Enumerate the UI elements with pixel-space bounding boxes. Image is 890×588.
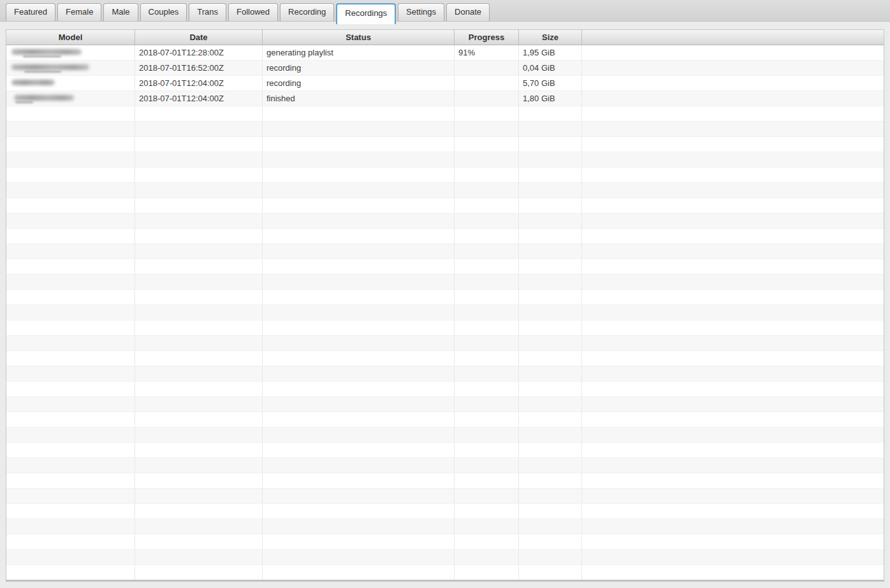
- table-row-empty[interactable]: [6, 473, 884, 489]
- table-row-empty[interactable]: [6, 458, 884, 473]
- empty-cell: [519, 351, 582, 366]
- table-row-empty[interactable]: [6, 489, 884, 504]
- table-row-empty[interactable]: [6, 565, 884, 580]
- empty-cell: [519, 168, 582, 182]
- table-row-empty[interactable]: [6, 550, 884, 565]
- empty-cell: [135, 290, 263, 305]
- empty-cell: [519, 183, 582, 197]
- empty-cell: [582, 290, 884, 305]
- table-row-empty[interactable]: [6, 290, 884, 305]
- empty-cell: [263, 275, 455, 289]
- empty-cell: [582, 213, 884, 228]
- empty-cell: [582, 275, 884, 289]
- tab-donate[interactable]: Donate: [446, 3, 490, 21]
- empty-cell: [135, 198, 263, 213]
- table-row-empty[interactable]: [6, 427, 884, 443]
- empty-cell: [135, 259, 263, 274]
- column-header-model[interactable]: Model: [6, 30, 135, 45]
- table-row-empty[interactable]: [6, 504, 884, 519]
- table-row-empty[interactable]: [6, 336, 884, 351]
- empty-cell: [455, 412, 519, 427]
- empty-cell: [519, 427, 582, 442]
- empty-cell: [519, 213, 582, 228]
- table-row-empty[interactable]: [6, 534, 884, 550]
- empty-cell: [263, 443, 455, 457]
- empty-cell: [582, 366, 884, 381]
- column-header-status[interactable]: Status: [263, 30, 455, 45]
- table-row[interactable]: 2018-07-01T12:04:00Z recording 5,70 GiB: [6, 76, 884, 91]
- column-header-progress[interactable]: Progress: [455, 30, 519, 45]
- table-row-empty[interactable]: [6, 320, 884, 336]
- table-row-empty[interactable]: [6, 397, 884, 412]
- empty-cell: [582, 137, 884, 152]
- table-row-empty[interactable]: [6, 366, 884, 382]
- empty-cell: [455, 473, 519, 488]
- empty-cell: [6, 443, 135, 457]
- empty-cell: [135, 320, 263, 335]
- empty-cell: [519, 290, 582, 305]
- empty-cell: [455, 290, 519, 305]
- progress-cell: 91%: [455, 45, 519, 60]
- tab-featured[interactable]: Featured: [6, 3, 55, 21]
- size-cell: 5,70 GiB: [519, 76, 582, 90]
- empty-cell: [455, 106, 519, 121]
- table-row[interactable]: 2018-07-01T12:04:00Z finished 1,80 GiB: [6, 91, 884, 106]
- empty-cell: [6, 550, 135, 564]
- empty-cell: [455, 259, 519, 274]
- tab-followed[interactable]: Followed: [228, 3, 278, 21]
- empty-cell: [263, 152, 455, 167]
- table-row[interactable]: 2018-07-01T16:52:00Z recording 0,04 GiB: [6, 61, 884, 76]
- empty-cell: [519, 259, 582, 274]
- date-cell: 2018-07-01T12:04:00Z: [135, 91, 263, 106]
- empty-cell: [455, 244, 519, 259]
- table-row-empty[interactable]: [6, 305, 884, 320]
- empty-cell: [263, 122, 455, 136]
- table-row-empty[interactable]: [6, 519, 884, 534]
- empty-cell: [6, 198, 135, 213]
- tab-recording[interactable]: Recording: [280, 3, 334, 21]
- table-row-empty[interactable]: [6, 229, 884, 244]
- column-header-size[interactable]: Size: [519, 30, 582, 45]
- empty-cell: [582, 198, 884, 213]
- table-row-empty[interactable]: [6, 351, 884, 366]
- empty-cell: [519, 106, 582, 121]
- empty-cell: [582, 168, 884, 182]
- empty-cell: [135, 351, 263, 366]
- table-row-empty[interactable]: [6, 213, 884, 229]
- empty-cell: [135, 229, 263, 243]
- table-row[interactable]: 2018-07-01T12:28:00Z generating playlist…: [6, 45, 884, 61]
- empty-cell: [6, 275, 135, 289]
- table-row-empty[interactable]: [6, 412, 884, 427]
- tab-settings[interactable]: Settings: [398, 3, 444, 21]
- empty-cell: [519, 397, 582, 412]
- tab-female[interactable]: Female: [57, 3, 101, 21]
- table-row-empty[interactable]: [6, 152, 884, 168]
- table-row-empty[interactable]: [6, 106, 884, 122]
- redacted-model-name: [10, 45, 131, 60]
- empty-cell: [582, 152, 884, 167]
- table-row-empty[interactable]: [6, 259, 884, 275]
- column-header-date[interactable]: Date: [135, 30, 263, 45]
- empty-cell: [263, 290, 455, 305]
- table-row-empty[interactable]: [6, 122, 884, 137]
- tab-recordings[interactable]: Recordings: [336, 3, 396, 24]
- empty-cell: [135, 336, 263, 350]
- empty-cell: [582, 504, 884, 519]
- empty-cell: [519, 320, 582, 335]
- table-row-empty[interactable]: [6, 198, 884, 213]
- table-row-empty[interactable]: [6, 137, 884, 152]
- size-cell: 1,95 GiB: [519, 45, 582, 60]
- table-row-empty[interactable]: [6, 183, 884, 198]
- table-row-empty[interactable]: [6, 168, 884, 183]
- table-row-empty[interactable]: [6, 275, 884, 290]
- tab-male[interactable]: Male: [103, 3, 138, 21]
- empty-cell: [263, 168, 455, 182]
- empty-cell: [135, 152, 263, 167]
- tab-trans[interactable]: Trans: [189, 3, 226, 21]
- table-row-empty[interactable]: [6, 244, 884, 259]
- tab-couples[interactable]: Couples: [140, 3, 187, 21]
- empty-cell: [6, 244, 135, 259]
- table-row-empty[interactable]: [6, 443, 884, 458]
- table-row-empty[interactable]: [6, 382, 884, 397]
- empty-cell: [519, 229, 582, 243]
